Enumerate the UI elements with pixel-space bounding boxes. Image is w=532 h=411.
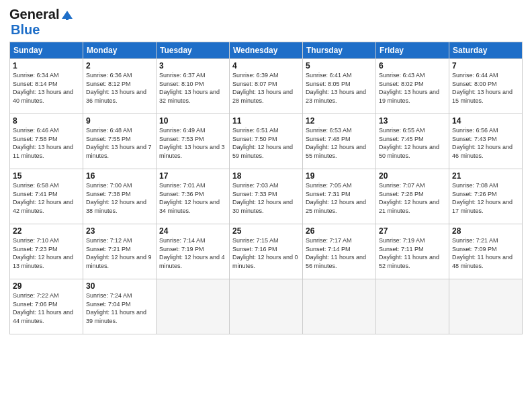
day-number: 15 bbox=[13, 171, 80, 181]
day-detail: Sunrise: 7:22 AMSunset: 7:06 PMDaylight:… bbox=[13, 291, 80, 325]
day-number: 9 bbox=[86, 116, 153, 126]
table-row bbox=[157, 279, 230, 334]
table-row: 30Sunrise: 7:24 AMSunset: 7:04 PMDayligh… bbox=[83, 279, 157, 334]
day-number: 30 bbox=[86, 281, 153, 291]
table-row: 26Sunrise: 7:17 AMSunset: 7:14 PMDayligh… bbox=[303, 224, 376, 279]
table-row: 11Sunrise: 6:51 AMSunset: 7:50 PMDayligh… bbox=[230, 114, 303, 169]
table-row: 15Sunrise: 6:58 AMSunset: 7:41 PMDayligh… bbox=[10, 169, 83, 224]
table-row: 21Sunrise: 7:08 AMSunset: 7:26 PMDayligh… bbox=[449, 169, 523, 224]
day-detail: Sunrise: 6:51 AMSunset: 7:50 PMDaylight:… bbox=[232, 126, 300, 160]
col-saturday: Saturday bbox=[449, 42, 523, 59]
table-row: 7Sunrise: 6:44 AMSunset: 8:00 PMDaylight… bbox=[449, 59, 523, 114]
day-detail: Sunrise: 6:34 AMSunset: 8:14 PMDaylight:… bbox=[13, 71, 80, 105]
day-number: 24 bbox=[159, 226, 226, 236]
day-number: 26 bbox=[306, 226, 373, 236]
table-row: 20Sunrise: 7:07 AMSunset: 7:28 PMDayligh… bbox=[376, 169, 449, 224]
table-row: 14Sunrise: 6:56 AMSunset: 7:43 PMDayligh… bbox=[449, 114, 523, 169]
col-thursday: Thursday bbox=[303, 42, 376, 59]
table-row: 13Sunrise: 6:55 AMSunset: 7:45 PMDayligh… bbox=[376, 114, 449, 169]
day-detail: Sunrise: 7:07 AMSunset: 7:28 PMDaylight:… bbox=[379, 181, 446, 215]
page-container: General Blue Sunday Monday Tuesday Wedne… bbox=[0, 0, 532, 341]
header: General Blue bbox=[9, 7, 523, 38]
table-row: 10Sunrise: 6:49 AMSunset: 7:53 PMDayligh… bbox=[157, 114, 230, 169]
calendar-week-row: 15Sunrise: 6:58 AMSunset: 7:41 PMDayligh… bbox=[10, 169, 523, 224]
table-row: 29Sunrise: 7:22 AMSunset: 7:06 PMDayligh… bbox=[10, 279, 83, 334]
day-detail: Sunrise: 7:10 AMSunset: 7:23 PMDaylight:… bbox=[13, 236, 80, 270]
day-detail: Sunrise: 7:01 AMSunset: 7:36 PMDaylight:… bbox=[159, 181, 226, 215]
table-row: 19Sunrise: 7:05 AMSunset: 7:31 PMDayligh… bbox=[303, 169, 376, 224]
day-detail: Sunrise: 6:41 AMSunset: 8:05 PMDaylight:… bbox=[306, 71, 373, 105]
calendar-header-row: Sunday Monday Tuesday Wednesday Thursday… bbox=[10, 42, 523, 59]
table-row: 17Sunrise: 7:01 AMSunset: 7:36 PMDayligh… bbox=[157, 169, 230, 224]
table-row: 2Sunrise: 6:36 AMSunset: 8:12 PMDaylight… bbox=[83, 59, 157, 114]
day-number: 17 bbox=[159, 171, 226, 181]
day-number: 1 bbox=[13, 61, 80, 71]
day-number: 22 bbox=[13, 226, 80, 236]
calendar-week-row: 1Sunrise: 6:34 AMSunset: 8:14 PMDaylight… bbox=[10, 59, 523, 114]
calendar-week-row: 29Sunrise: 7:22 AMSunset: 7:06 PMDayligh… bbox=[10, 279, 523, 334]
day-number: 10 bbox=[159, 116, 226, 126]
day-detail: Sunrise: 7:05 AMSunset: 7:31 PMDaylight:… bbox=[306, 181, 373, 215]
day-detail: Sunrise: 7:08 AMSunset: 7:26 PMDaylight:… bbox=[452, 181, 519, 215]
col-friday: Friday bbox=[376, 42, 449, 59]
day-detail: Sunrise: 6:48 AMSunset: 7:55 PMDaylight:… bbox=[86, 126, 153, 160]
day-number: 20 bbox=[379, 171, 446, 181]
table-row: 4Sunrise: 6:39 AMSunset: 8:07 PMDaylight… bbox=[230, 59, 303, 114]
table-row: 12Sunrise: 6:53 AMSunset: 7:48 PMDayligh… bbox=[303, 114, 376, 169]
table-row bbox=[449, 279, 523, 334]
day-number: 12 bbox=[306, 116, 373, 126]
table-row: 6Sunrise: 6:43 AMSunset: 8:02 PMDaylight… bbox=[376, 59, 449, 114]
day-number: 19 bbox=[306, 171, 373, 181]
table-row: 23Sunrise: 7:12 AMSunset: 7:21 PMDayligh… bbox=[83, 224, 157, 279]
day-number: 21 bbox=[452, 171, 519, 181]
svg-marker-0 bbox=[62, 11, 73, 20]
logo-arrow-icon bbox=[60, 9, 75, 20]
col-tuesday: Tuesday bbox=[157, 42, 230, 59]
col-sunday: Sunday bbox=[10, 42, 83, 59]
day-number: 27 bbox=[379, 226, 446, 236]
day-number: 13 bbox=[379, 116, 446, 126]
calendar-week-row: 8Sunrise: 6:46 AMSunset: 7:58 PMDaylight… bbox=[10, 114, 523, 169]
table-row bbox=[230, 279, 303, 334]
day-number: 8 bbox=[13, 116, 80, 126]
day-detail: Sunrise: 6:49 AMSunset: 7:53 PMDaylight:… bbox=[159, 126, 226, 160]
day-detail: Sunrise: 6:39 AMSunset: 8:07 PMDaylight:… bbox=[232, 71, 300, 105]
table-row: 9Sunrise: 6:48 AMSunset: 7:55 PMDaylight… bbox=[83, 114, 157, 169]
day-number: 6 bbox=[379, 61, 446, 71]
day-number: 16 bbox=[86, 171, 153, 181]
day-detail: Sunrise: 7:12 AMSunset: 7:21 PMDaylight:… bbox=[86, 236, 153, 270]
day-detail: Sunrise: 6:43 AMSunset: 8:02 PMDaylight:… bbox=[379, 71, 446, 105]
day-detail: Sunrise: 7:24 AMSunset: 7:04 PMDaylight:… bbox=[86, 291, 153, 325]
table-row: 5Sunrise: 6:41 AMSunset: 8:05 PMDaylight… bbox=[303, 59, 376, 114]
table-row: 25Sunrise: 7:15 AMSunset: 7:16 PMDayligh… bbox=[230, 224, 303, 279]
day-number: 23 bbox=[86, 226, 153, 236]
day-detail: Sunrise: 7:14 AMSunset: 7:19 PMDaylight:… bbox=[159, 236, 226, 270]
table-row: 3Sunrise: 6:37 AMSunset: 8:10 PMDaylight… bbox=[157, 59, 230, 114]
table-row bbox=[376, 279, 449, 334]
table-row: 1Sunrise: 6:34 AMSunset: 8:14 PMDaylight… bbox=[10, 59, 83, 114]
table-row: 24Sunrise: 7:14 AMSunset: 7:19 PMDayligh… bbox=[157, 224, 230, 279]
day-detail: Sunrise: 7:15 AMSunset: 7:16 PMDaylight:… bbox=[232, 236, 300, 270]
col-monday: Monday bbox=[83, 42, 157, 59]
day-number: 11 bbox=[232, 116, 300, 126]
day-detail: Sunrise: 7:03 AMSunset: 7:33 PMDaylight:… bbox=[232, 181, 300, 215]
table-row: 28Sunrise: 7:21 AMSunset: 7:09 PMDayligh… bbox=[449, 224, 523, 279]
day-number: 7 bbox=[452, 61, 519, 71]
table-row bbox=[303, 279, 376, 334]
table-row: 16Sunrise: 7:00 AMSunset: 7:38 PMDayligh… bbox=[83, 169, 157, 224]
day-number: 28 bbox=[452, 226, 519, 236]
calendar-table: Sunday Monday Tuesday Wednesday Thursday… bbox=[9, 42, 523, 334]
day-detail: Sunrise: 6:56 AMSunset: 7:43 PMDaylight:… bbox=[452, 126, 519, 160]
day-detail: Sunrise: 7:00 AMSunset: 7:38 PMDaylight:… bbox=[86, 181, 153, 215]
calendar-week-row: 22Sunrise: 7:10 AMSunset: 7:23 PMDayligh… bbox=[10, 224, 523, 279]
table-row: 22Sunrise: 7:10 AMSunset: 7:23 PMDayligh… bbox=[10, 224, 83, 279]
table-row: 8Sunrise: 6:46 AMSunset: 7:58 PMDaylight… bbox=[10, 114, 83, 169]
day-number: 3 bbox=[159, 61, 226, 71]
day-detail: Sunrise: 7:17 AMSunset: 7:14 PMDaylight:… bbox=[306, 236, 373, 270]
day-detail: Sunrise: 7:21 AMSunset: 7:09 PMDaylight:… bbox=[452, 236, 519, 270]
day-detail: Sunrise: 6:36 AMSunset: 8:12 PMDaylight:… bbox=[86, 71, 153, 105]
logo: General Blue bbox=[9, 7, 75, 38]
day-detail: Sunrise: 6:55 AMSunset: 7:45 PMDaylight:… bbox=[379, 126, 446, 160]
day-detail: Sunrise: 6:53 AMSunset: 7:48 PMDaylight:… bbox=[306, 126, 373, 160]
calendar-body: 1Sunrise: 6:34 AMSunset: 8:14 PMDaylight… bbox=[10, 59, 523, 334]
